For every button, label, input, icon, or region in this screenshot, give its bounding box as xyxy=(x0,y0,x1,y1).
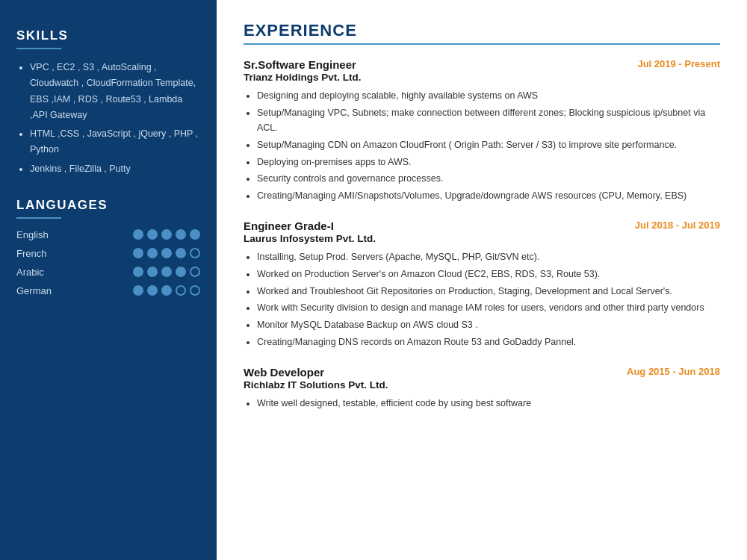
skills-divider xyxy=(16,48,61,49)
job-bullet: Worked on Production Server's on Amazon … xyxy=(257,267,720,282)
language-row: German xyxy=(16,285,200,296)
language-dots xyxy=(133,267,200,277)
dot-filled xyxy=(147,267,158,277)
dot-filled xyxy=(176,229,186,240)
job-block: Sr.Software EngineerJul 2019 - PresentTr… xyxy=(244,58,720,203)
language-name: Arabic xyxy=(16,267,65,278)
skills-section-title: SKILLS xyxy=(16,28,200,43)
dot-empty xyxy=(190,285,200,296)
skill-item: HTML ,CSS , JavaScript , jQuery , PHP , … xyxy=(30,126,200,158)
job-bullet: Setup/Managing VPC, Subnets; make connec… xyxy=(257,105,720,136)
dot-empty xyxy=(190,267,200,277)
job-block: Engineer Grade-IJul 2018 - Jul 2019Lauru… xyxy=(244,220,720,349)
languages-section-title: LANGUAGES xyxy=(16,198,200,213)
dot-filled xyxy=(176,248,186,258)
language-dots xyxy=(133,248,200,258)
dot-filled xyxy=(133,248,143,258)
language-dots xyxy=(133,285,200,296)
dot-filled xyxy=(133,229,143,240)
job-date: Aug 2015 - Jun 2018 xyxy=(627,366,720,377)
job-bullets: Write well designed, testable, efficient… xyxy=(244,396,720,411)
sidebar: SKILLS VPC , EC2 , S3 , AutoScaling , Cl… xyxy=(0,0,217,560)
dot-filled xyxy=(176,267,186,277)
job-company: Richlabz IT Solutions Pvt. Ltd. xyxy=(244,379,720,391)
job-header: Engineer Grade-IJul 2018 - Jul 2019 xyxy=(244,220,720,232)
job-bullet: Creating/Managing AMI/Snapshots/Volumes,… xyxy=(257,188,720,204)
experience-title: EXPERIENCE xyxy=(244,21,720,40)
dot-filled xyxy=(147,285,158,296)
languages-container: EnglishFrenchArabicGerman xyxy=(16,229,200,296)
job-header: Sr.Software EngineerJul 2019 - Present xyxy=(244,58,720,71)
job-bullet: Monitor MySQL Database Backup on AWS clo… xyxy=(257,317,720,333)
job-date: Jul 2018 - Jul 2019 xyxy=(635,220,720,231)
experience-divider xyxy=(244,43,720,45)
languages-divider xyxy=(16,217,61,219)
job-company: Laurus Infosystem Pvt. Ltd. xyxy=(244,233,720,244)
language-name: French xyxy=(16,248,65,259)
job-title: Engineer Grade-I xyxy=(244,220,334,232)
job-block: Web DeveloperAug 2015 - Jun 2018Richlabz… xyxy=(244,366,720,411)
dot-filled xyxy=(133,267,143,277)
job-bullet: Write well designed, testable, efficient… xyxy=(257,396,720,411)
job-bullet: Creating/Managing DNS records on Amazon … xyxy=(257,335,720,350)
dot-filled xyxy=(161,285,172,296)
job-bullet: Security controls and governance process… xyxy=(257,171,720,187)
language-row: French xyxy=(16,248,200,259)
language-name: English xyxy=(16,229,65,240)
job-title: Sr.Software Engineer xyxy=(244,58,356,71)
dot-empty xyxy=(176,285,186,296)
dot-filled xyxy=(147,229,158,240)
dot-filled xyxy=(147,248,158,258)
main-content: EXPERIENCE Sr.Software EngineerJul 2019 … xyxy=(217,0,747,560)
job-bullet: Designing and deploying scalable, highly… xyxy=(257,88,720,104)
dot-empty xyxy=(190,248,200,258)
language-row: English xyxy=(16,229,200,240)
job-bullet: Installing, Setup Prod. Servers (Apache,… xyxy=(257,249,720,265)
dot-filled xyxy=(133,285,143,296)
job-bullets: Installing, Setup Prod. Servers (Apache,… xyxy=(244,249,720,349)
language-name: German xyxy=(16,285,65,296)
job-bullet: Worked and Troubleshoot Git Repositories… xyxy=(257,284,720,299)
language-dots xyxy=(133,229,200,240)
dot-filled xyxy=(161,248,172,258)
dot-filled xyxy=(161,267,172,277)
job-bullet: Setup/Managing CDN on Amazon CloudFront … xyxy=(257,137,720,153)
job-bullet: Work with Security division to design an… xyxy=(257,300,720,316)
skill-item: Jenkins , FileZilla , Putty xyxy=(30,161,200,177)
skill-item: VPC , EC2 , S3 , AutoScaling , Cloudwatc… xyxy=(30,60,200,123)
job-bullets: Designing and deploying scalable, highly… xyxy=(244,88,720,203)
language-row: Arabic xyxy=(16,267,200,278)
skills-list: VPC , EC2 , S3 , AutoScaling , Cloudwatc… xyxy=(16,60,200,177)
job-date: Jul 2019 - Present xyxy=(637,58,720,69)
job-bullet: Deploying on-premises apps to AWS. xyxy=(257,155,720,170)
job-company: Trianz Holdings Pvt. Ltd. xyxy=(244,72,720,83)
job-title: Web Developer xyxy=(244,366,324,379)
dot-filled xyxy=(190,229,200,240)
job-header: Web DeveloperAug 2015 - Jun 2018 xyxy=(244,366,720,379)
jobs-container: Sr.Software EngineerJul 2019 - PresentTr… xyxy=(244,58,720,411)
dot-filled xyxy=(161,229,172,240)
